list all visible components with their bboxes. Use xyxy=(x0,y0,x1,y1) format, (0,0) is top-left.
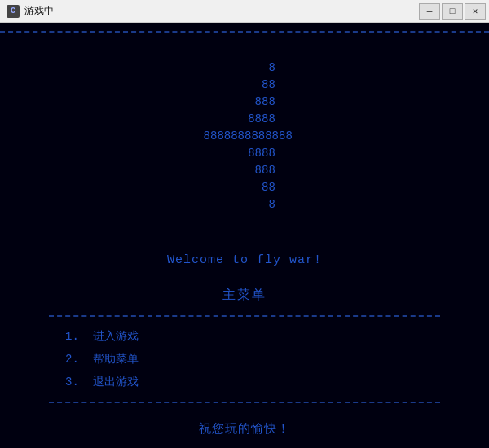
menu-title: 主菜单 xyxy=(49,287,440,304)
window-controls: — □ ✕ xyxy=(419,3,486,20)
minimize-button[interactable]: — xyxy=(419,3,440,20)
menu-item-3[interactable]: 3. 退出游戏 xyxy=(65,371,440,393)
titlebar-left: C 游戏中 xyxy=(7,4,54,18)
menu-bottom-border xyxy=(49,402,440,403)
app-icon: C xyxy=(7,5,20,18)
menu-items: 1. 进入游戏 2. 帮助菜单 3. 退出游戏 xyxy=(49,325,440,393)
restore-button[interactable]: □ xyxy=(442,3,463,20)
menu-item-1[interactable]: 1. 进入游戏 xyxy=(65,325,440,348)
window-title: 游戏中 xyxy=(24,4,54,18)
top-border xyxy=(0,31,489,33)
close-button[interactable]: ✕ xyxy=(465,3,486,20)
menu-item-2[interactable]: 2. 帮助菜单 xyxy=(65,348,440,371)
app-icon-letter: C xyxy=(11,7,15,15)
titlebar: C 游戏中 — □ ✕ xyxy=(0,0,489,23)
game-area: 8 88 888 8888 8888888888888 8888 888 88 … xyxy=(0,23,489,448)
welcome-text: Welcome to fly war! xyxy=(167,253,322,267)
footer-text: 祝您玩的愉快！ xyxy=(199,421,290,437)
ascii-art-plane: 8 88 888 8888 8888888888888 8888 888 88 … xyxy=(196,42,293,231)
menu-section: 主菜单 1. 进入游戏 2. 帮助菜单 3. 退出游戏 xyxy=(0,287,489,403)
menu-top-border xyxy=(49,315,440,317)
